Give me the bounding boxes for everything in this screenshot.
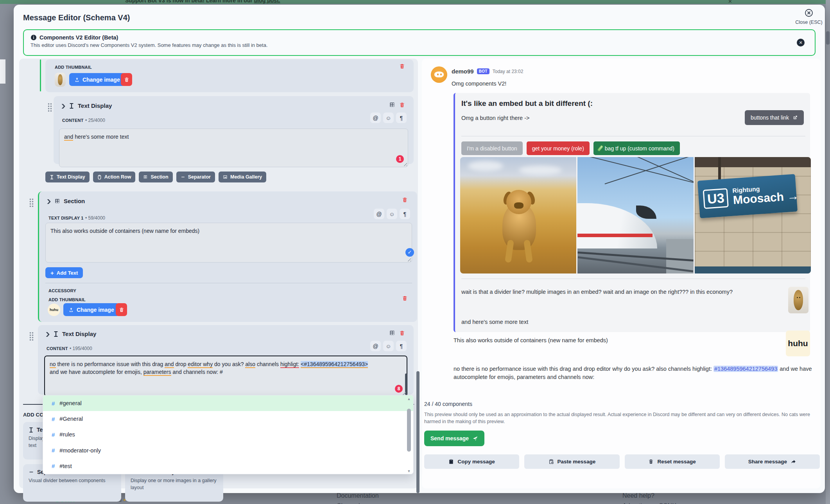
trash-icon[interactable] bbox=[399, 330, 405, 336]
copy-icon bbox=[448, 459, 454, 465]
bot-avatar[interactable] bbox=[431, 66, 447, 83]
message-editor-modal: Message Editor (Schema V4) Close (ESC) C… bbox=[14, 5, 825, 493]
add-thumbnail-label: ADD THUMBNAIL bbox=[48, 297, 86, 302]
copy-message-button[interactable]: Copy message bbox=[424, 454, 519, 469]
change-image-button[interactable]: Change image bbox=[63, 303, 119, 316]
chevron-down-icon[interactable]: ❯ bbox=[46, 198, 52, 204]
resize-handle[interactable] bbox=[407, 257, 411, 261]
add-text-button[interactable]: + Add Text bbox=[45, 267, 83, 278]
resize-handle[interactable] bbox=[402, 391, 406, 395]
emoji-insert-icon[interactable]: ☺ bbox=[383, 113, 394, 123]
media-gallery: U3 Rightung Moosach → bbox=[460, 157, 811, 273]
drag-handle-icon[interactable] bbox=[47, 102, 52, 112]
message-author-row: demo99 BOT Today at 23:02 bbox=[452, 68, 523, 75]
link-button[interactable]: buttons that link bbox=[745, 110, 804, 125]
autocomplete-item-general-caps[interactable]: ##General bbox=[43, 411, 413, 427]
footer-link-need-help[interactable]: Need help? bbox=[622, 492, 654, 499]
custom-command-button[interactable]: bag tf up (custom command) bbox=[593, 141, 680, 155]
mention-insert-icon[interactable]: @ bbox=[374, 209, 384, 219]
text-display-1-label: TEXT DISPLAY 1 bbox=[48, 216, 84, 220]
remove-image-button[interactable] bbox=[116, 303, 127, 316]
remove-image-button[interactable] bbox=[121, 73, 132, 86]
autocomplete-item-general[interactable]: ##general bbox=[43, 395, 413, 411]
chevron-down-icon[interactable]: ❯ bbox=[45, 331, 50, 337]
emoji-insert-icon[interactable]: ☺ bbox=[387, 209, 397, 219]
beta-banner-close-icon[interactable]: ✕ bbox=[797, 39, 805, 46]
page-scrollbar-thumb[interactable] bbox=[826, 31, 830, 45]
message-text: Omg components V2! bbox=[452, 80, 506, 88]
gallery-image-u3-sign[interactable]: U3 Rightung Moosach → bbox=[695, 157, 811, 273]
huhu-thumbnail-image: huhu bbox=[48, 304, 60, 316]
autocomplete-item-test[interactable]: ##test bbox=[43, 458, 413, 474]
trash-icon[interactable] bbox=[402, 295, 408, 301]
grid-action-icon[interactable] bbox=[389, 102, 395, 108]
modal-close-button[interactable]: Close (ESC) bbox=[794, 9, 824, 25]
paper-plane-icon bbox=[472, 436, 478, 441]
change-image-button[interactable]: Change image bbox=[69, 73, 125, 86]
beta-banner-title: Components V2 Editor (Beta) bbox=[39, 34, 118, 41]
container-text: wait is that a divider line? multiple im… bbox=[461, 288, 774, 296]
grid-action-icon[interactable] bbox=[389, 330, 395, 336]
bot-badge: BOT bbox=[477, 68, 489, 74]
container-thumbnail-potato[interactable] bbox=[788, 287, 808, 313]
trash-icon[interactable] bbox=[402, 197, 408, 203]
add-section-button[interactable]: Section bbox=[139, 172, 172, 182]
send-message-button[interactable]: Send message bbox=[424, 431, 484, 446]
drag-handle-icon[interactable] bbox=[29, 331, 34, 341]
trash-icon[interactable] bbox=[399, 63, 405, 69]
mention-insert-icon[interactable]: @ bbox=[370, 113, 381, 123]
content-textarea[interactable]: and here's some more text 1 bbox=[59, 129, 408, 167]
components-v2-beta-banner: Components V2 Editor (Beta) This editor … bbox=[23, 29, 816, 56]
footer-link-documentation[interactable]: Documentation bbox=[337, 492, 379, 499]
share-message-button[interactable]: Share message bbox=[725, 454, 820, 469]
reset-message-button[interactable]: Reset message bbox=[625, 454, 720, 469]
u3-sign: U3 Rightung Moosach → bbox=[697, 174, 798, 218]
marker-emoji-icon bbox=[597, 145, 603, 152]
editor-scrollbar-thumb[interactable] bbox=[416, 371, 419, 493]
add-action-row-button[interactable]: Action Row bbox=[93, 172, 136, 182]
dropdown-scrollbar[interactable]: ▲ ▼ bbox=[407, 397, 411, 473]
drag-handle-icon[interactable] bbox=[29, 198, 34, 207]
text-display-3-card: ❯ Text Display CONTENT • 195/4000 @ ☺ ¶ … bbox=[38, 325, 414, 395]
info-icon bbox=[30, 34, 37, 41]
chevron-down-icon[interactable]: ❯ bbox=[61, 103, 66, 109]
text-display-icon bbox=[53, 331, 59, 337]
role-button[interactable]: get your money (role) bbox=[527, 141, 590, 155]
emoji-insert-icon[interactable]: ☺ bbox=[383, 341, 394, 351]
discord-mascot-icon bbox=[434, 71, 444, 77]
resize-handle[interactable] bbox=[403, 162, 407, 166]
scroll-down-icon[interactable]: ▼ bbox=[407, 469, 411, 473]
outside-section-text: This also works outside of containers (n… bbox=[454, 336, 762, 345]
blog-post-link[interactable]: blog post. bbox=[254, 0, 280, 4]
banner-close-icon[interactable]: ✕ bbox=[728, 0, 732, 4]
gallery-image-train[interactable] bbox=[577, 157, 694, 273]
footer-link-advertise[interactable]: Advertise on SCNX bbox=[622, 502, 676, 504]
add-media-gallery-button[interactable]: Media Gallery bbox=[219, 172, 266, 182]
trash-icon[interactable] bbox=[399, 102, 405, 108]
pilcrow-icon[interactable]: ¶ bbox=[396, 113, 407, 123]
add-separator-button[interactable]: Separator bbox=[176, 172, 215, 182]
dropdown-scrollbar-thumb[interactable] bbox=[407, 409, 411, 452]
content-textarea-focused[interactable]: no there is no performance issue with th… bbox=[44, 356, 407, 397]
section-textarea[interactable]: This also works outside of containers (n… bbox=[45, 223, 412, 263]
pilcrow-icon[interactable]: ¶ bbox=[400, 209, 410, 219]
paste-message-button[interactable]: Paste message bbox=[524, 454, 619, 469]
container-button-row: I'm a disabled button get your money (ro… bbox=[461, 141, 680, 155]
gallery-image-dog[interactable] bbox=[460, 157, 576, 273]
autocomplete-item-rules[interactable]: ##rules bbox=[43, 427, 413, 442]
channel-mention[interactable]: #1364895964212756493 bbox=[713, 366, 778, 372]
scroll-up-icon[interactable]: ▲ bbox=[407, 397, 411, 401]
paste-icon bbox=[549, 459, 554, 465]
banner-text: Support Bot V3 is now in beta! Learn mor… bbox=[125, 0, 280, 4]
autocomplete-item-moderator-only[interactable]: ##moderator-only bbox=[43, 443, 413, 458]
add-text-display-button[interactable]: Text Display bbox=[45, 172, 90, 182]
section-grid-icon bbox=[143, 175, 148, 179]
mention-insert-icon[interactable]: @ bbox=[370, 341, 381, 351]
footer-link-changelogs[interactable]: Changelogs bbox=[337, 502, 370, 504]
add-component-row: Text Display Action Row Section Separato… bbox=[45, 172, 266, 182]
username[interactable]: demo99 bbox=[452, 68, 474, 75]
content-label: CONTENT bbox=[62, 118, 84, 123]
pilcrow-icon[interactable]: ¶ bbox=[396, 341, 407, 351]
page-scrollbar[interactable] bbox=[826, 0, 830, 504]
outside-thumbnail-huhu[interactable]: huhu bbox=[786, 331, 810, 356]
